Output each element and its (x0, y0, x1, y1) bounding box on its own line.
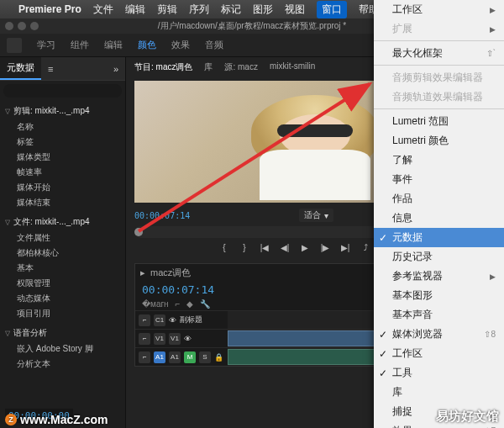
play-icon[interactable]: ▶ (298, 243, 312, 255)
window-menu-dropdown: 工作区▶扩展▶最大化框架⇧`音频剪辑效果编辑器音频轨道效果编辑器Lumetri … (374, 0, 504, 428)
menu-item-12[interactable]: 历史记录 (374, 247, 504, 267)
ws-tab-audio[interactable]: 音频 (205, 39, 223, 51)
timeline-name[interactable]: macz调色 (150, 267, 191, 279)
menu-item-7[interactable]: 了解 (374, 151, 504, 170)
menu-item-18[interactable]: ✓工具 (374, 363, 504, 383)
menu-item-1: 扩展▶ (374, 19, 504, 41)
prop-dynmedia[interactable]: 动态媒体 (0, 291, 125, 306)
menu-item-6[interactable]: Lumetri 颜色 (374, 131, 504, 151)
menu-file[interactable]: 文件 (93, 3, 113, 17)
video-clip[interactable] (228, 330, 375, 346)
panel-menu-icon[interactable]: ≡ » (41, 57, 125, 80)
tab-mixkit[interactable]: mixkit-smilin (270, 61, 315, 73)
app-name[interactable]: Premiere Pro (18, 3, 81, 15)
selection-tool-icon[interactable]: ▸ (140, 267, 145, 278)
prop-projref[interactable]: 项目引用 (0, 306, 125, 321)
menu-item-9[interactable]: 作品 (374, 189, 504, 209)
mark-in-icon[interactable]: { (218, 243, 231, 255)
prop-mediaend[interactable]: 媒体结束 (0, 195, 125, 210)
ws-tab-learn[interactable]: 学习 (37, 39, 55, 51)
menu-edit[interactable]: 编辑 (125, 3, 145, 17)
metadata-tab[interactable]: 元数据 (0, 57, 41, 80)
home-icon[interactable] (7, 38, 22, 53)
section-speech[interactable]: 语音分析 (0, 325, 125, 341)
menu-item-11[interactable]: ✓元数据 (374, 228, 504, 247)
prop-analyze[interactable]: 分析文本 (0, 357, 125, 372)
prop-name[interactable]: 名称 (0, 119, 125, 135)
menu-item-0[interactable]: 工作区▶ (374, 0, 504, 19)
menu-item-13[interactable]: 参考监视器▶ (374, 267, 504, 286)
menu-item-16[interactable]: ✓媒体浏览器⇧8 (374, 325, 504, 344)
tab-program[interactable]: 节目: macz调色 (134, 61, 192, 73)
ws-tab-edit[interactable]: 编辑 (104, 39, 123, 51)
ws-tab-color[interactable]: 颜色 (138, 39, 156, 51)
audio-clip[interactable] (228, 349, 375, 365)
menu-graphics[interactable]: 图形 (253, 3, 273, 17)
zoom-fit[interactable]: 适合 ▾ (299, 209, 333, 222)
menu-item-19[interactable]: 库 (374, 383, 504, 402)
prop-rights[interactable]: 权限管理 (0, 276, 125, 291)
workspace-tabs: 学习 组件 编辑 颜色 效果 音频 (27, 35, 234, 55)
prop-dublin[interactable]: 都柏林核心 (0, 246, 125, 261)
watermark-macz: Z www.MacZ.com (5, 413, 108, 426)
snap-icon[interactable]: �магн (142, 299, 169, 309)
project-path: /用户/macdown/桌面/pr教程/macz素材预览.prproj * (158, 20, 347, 32)
logo-icon: Z (5, 414, 17, 425)
menu-item-14[interactable]: 基本图形 (374, 286, 504, 305)
ws-tab-assembly[interactable]: 组件 (71, 39, 89, 51)
search-input[interactable] (3, 84, 122, 98)
menu-item-15[interactable]: 基本声音 (374, 305, 504, 325)
watermark-yifang: 易坊好文馆 (436, 409, 499, 425)
prop-fileprops[interactable]: 文件属性 (0, 230, 125, 246)
menu-clip[interactable]: 剪辑 (157, 3, 177, 17)
prop-mediatype[interactable]: 媒体类型 (0, 150, 125, 165)
menu-marker[interactable]: 标记 (221, 3, 241, 17)
prop-story[interactable]: 嵌入 Adobe Story 脚 (0, 341, 125, 357)
prop-basic[interactable]: 基本 (0, 261, 125, 276)
menu-item-17[interactable]: ✓工作区 (374, 344, 504, 363)
prop-label[interactable]: 标签 (0, 135, 125, 150)
step-fwd-icon[interactable]: |▶ (318, 243, 332, 255)
menu-view[interactable]: 视图 (285, 3, 305, 17)
playhead-icon[interactable] (134, 228, 143, 236)
goto-in-icon[interactable]: |◀ (258, 243, 271, 255)
ws-tab-effects[interactable]: 效果 (171, 39, 190, 51)
menu-item-4: 音频轨道效果编辑器 (374, 87, 504, 109)
marker-icon-tl[interactable]: ◆ (186, 299, 193, 309)
menu-item-5[interactable]: Lumetri 范围 (374, 112, 504, 131)
goto-out-icon[interactable]: ▶| (339, 243, 352, 255)
menu-item-10[interactable]: 信息 (374, 209, 504, 228)
mark-out-icon[interactable]: } (238, 243, 251, 255)
tab-library[interactable]: 库 (204, 61, 213, 73)
section-clip[interactable]: 剪辑: mixkit-..._.mp4 (0, 103, 125, 119)
traffic-lights[interactable] (5, 22, 39, 30)
step-back-icon[interactable]: ◀| (278, 243, 291, 255)
menu-item-2[interactable]: 最大化框架⇧` (374, 44, 504, 66)
link-icon[interactable]: ⌐ (176, 299, 181, 309)
menu-item-8[interactable]: 事件 (374, 170, 504, 189)
prop-mediastart[interactable]: 媒体开始 (0, 180, 125, 195)
menu-sequence[interactable]: 序列 (189, 3, 209, 17)
settings-icon-tl[interactable]: 🔧 (200, 299, 210, 309)
timecode[interactable]: 00:00:07:14 (134, 211, 190, 220)
metadata-panel: 元数据 ≡ » 剪辑: mixkit-..._.mp4 名称 标签 媒体类型 帧… (0, 57, 126, 428)
section-file[interactable]: 文件: mixkit-..._.mp4 (0, 214, 125, 230)
tab-source[interactable]: 源: macz (224, 61, 257, 73)
menu-item-3: 音频剪辑效果编辑器 (374, 68, 504, 87)
lift-icon[interactable]: ⤴ (359, 243, 372, 255)
prop-framerate[interactable]: 帧速率 (0, 165, 125, 180)
menu-window[interactable]: 窗口 (317, 1, 347, 18)
